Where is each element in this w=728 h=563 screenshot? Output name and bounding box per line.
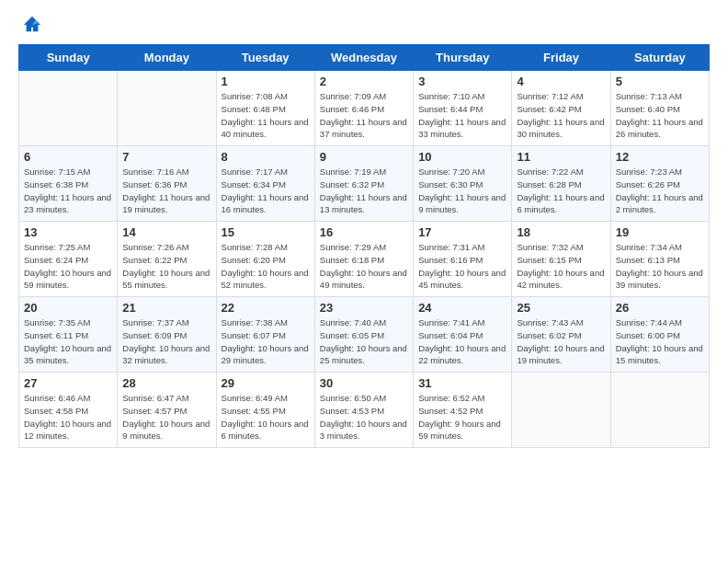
- calendar-cell: 18Sunrise: 7:32 AMSunset: 6:15 PMDayligh…: [512, 222, 610, 297]
- calendar-cell: 24Sunrise: 7:41 AMSunset: 6:04 PMDayligh…: [414, 297, 512, 373]
- day-info: Sunrise: 7:16 AMSunset: 6:36 PMDaylight:…: [122, 166, 210, 216]
- calendar-cell: 30Sunrise: 6:50 AMSunset: 4:53 PMDayligh…: [314, 373, 413, 448]
- day-number: 26: [616, 301, 704, 315]
- week-row-1: 1Sunrise: 7:08 AMSunset: 6:48 PMDaylight…: [19, 71, 710, 146]
- day-number: 15: [222, 225, 310, 239]
- calendar-cell: 16Sunrise: 7:29 AMSunset: 6:18 PMDayligh…: [314, 222, 413, 297]
- day-number: 16: [320, 225, 408, 239]
- day-info: Sunrise: 6:46 AMSunset: 4:58 PMDaylight:…: [24, 392, 112, 442]
- calendar-cell: 8Sunrise: 7:17 AMSunset: 6:34 PMDaylight…: [216, 146, 314, 222]
- calendar-cell: 23Sunrise: 7:40 AMSunset: 6:05 PMDayligh…: [314, 297, 413, 373]
- calendar-cell: 15Sunrise: 7:28 AMSunset: 6:20 PMDayligh…: [216, 222, 314, 297]
- day-number: 28: [122, 376, 210, 390]
- day-number: 25: [517, 301, 605, 315]
- calendar-cell: 13Sunrise: 7:25 AMSunset: 6:24 PMDayligh…: [19, 222, 118, 297]
- day-header-monday: Monday: [118, 45, 216, 71]
- calendar-cell: 2Sunrise: 7:09 AMSunset: 6:46 PMDaylight…: [314, 71, 413, 146]
- day-info: Sunrise: 7:22 AMSunset: 6:28 PMDaylight:…: [517, 166, 605, 216]
- day-info: Sunrise: 6:52 AMSunset: 4:52 PMDaylight:…: [418, 392, 506, 442]
- day-number: 30: [320, 376, 408, 390]
- day-number: 23: [320, 301, 408, 315]
- day-info: Sunrise: 7:17 AMSunset: 6:34 PMDaylight:…: [222, 166, 310, 216]
- day-info: Sunrise: 7:12 AMSunset: 6:42 PMDaylight:…: [517, 90, 605, 141]
- calendar-cell: 17Sunrise: 7:31 AMSunset: 6:16 PMDayligh…: [414, 222, 512, 297]
- day-header-friday: Friday: [512, 45, 610, 71]
- day-info: Sunrise: 7:38 AMSunset: 6:07 PMDaylight:…: [222, 316, 310, 367]
- day-info: Sunrise: 7:31 AMSunset: 6:16 PMDaylight:…: [418, 241, 506, 292]
- calendar-cell: 12Sunrise: 7:23 AMSunset: 6:26 PMDayligh…: [610, 146, 709, 222]
- week-row-5: 27Sunrise: 6:46 AMSunset: 4:58 PMDayligh…: [19, 373, 710, 448]
- calendar-cell: 27Sunrise: 6:46 AMSunset: 4:58 PMDayligh…: [19, 373, 118, 448]
- day-header-tuesday: Tuesday: [216, 45, 314, 71]
- day-number: 9: [320, 150, 408, 164]
- day-number: 22: [222, 301, 310, 315]
- calendar-cell: [512, 373, 610, 448]
- calendar-cell: 5Sunrise: 7:13 AMSunset: 6:40 PMDaylight…: [610, 71, 709, 146]
- day-number: 24: [418, 301, 506, 315]
- day-info: Sunrise: 7:34 AMSunset: 6:13 PMDaylight:…: [616, 241, 704, 292]
- calendar-cell: 31Sunrise: 6:52 AMSunset: 4:52 PMDayligh…: [414, 373, 512, 448]
- logo-icon: [22, 15, 42, 35]
- day-number: 18: [517, 225, 605, 239]
- logo: [18, 15, 42, 35]
- day-header-saturday: Saturday: [610, 45, 709, 71]
- calendar-cell: [610, 373, 709, 448]
- calendar-cell: 9Sunrise: 7:19 AMSunset: 6:32 PMDaylight…: [314, 146, 413, 222]
- calendar-cell: 21Sunrise: 7:37 AMSunset: 6:09 PMDayligh…: [118, 297, 216, 373]
- day-number: 2: [320, 75, 408, 88]
- day-info: Sunrise: 7:20 AMSunset: 6:30 PMDaylight:…: [418, 166, 506, 216]
- day-info: Sunrise: 6:49 AMSunset: 4:55 PMDaylight:…: [222, 392, 310, 442]
- day-info: Sunrise: 7:25 AMSunset: 6:24 PMDaylight:…: [24, 241, 112, 292]
- day-info: Sunrise: 7:41 AMSunset: 6:04 PMDaylight:…: [418, 316, 506, 367]
- day-number: 17: [418, 225, 506, 239]
- calendar-cell: 29Sunrise: 6:49 AMSunset: 4:55 PMDayligh…: [216, 373, 314, 448]
- day-number: 29: [222, 376, 310, 390]
- week-row-4: 20Sunrise: 7:35 AMSunset: 6:11 PMDayligh…: [19, 297, 710, 373]
- calendar-cell: 7Sunrise: 7:16 AMSunset: 6:36 PMDaylight…: [118, 146, 216, 222]
- day-info: Sunrise: 7:40 AMSunset: 6:05 PMDaylight:…: [320, 316, 408, 367]
- day-info: Sunrise: 7:35 AMSunset: 6:11 PMDaylight:…: [24, 316, 112, 367]
- day-info: Sunrise: 7:09 AMSunset: 6:46 PMDaylight:…: [320, 90, 408, 141]
- day-info: Sunrise: 7:15 AMSunset: 6:38 PMDaylight:…: [24, 166, 112, 216]
- calendar-cell: 3Sunrise: 7:10 AMSunset: 6:44 PMDaylight…: [414, 71, 512, 146]
- day-number: 8: [222, 150, 310, 164]
- calendar-cell: 25Sunrise: 7:43 AMSunset: 6:02 PMDayligh…: [512, 297, 610, 373]
- calendar-cell: 11Sunrise: 7:22 AMSunset: 6:28 PMDayligh…: [512, 146, 610, 222]
- day-number: 31: [418, 376, 506, 390]
- day-number: 6: [24, 150, 112, 164]
- day-number: 10: [418, 150, 506, 164]
- day-header-thursday: Thursday: [414, 45, 512, 71]
- day-number: 4: [517, 75, 605, 88]
- week-row-2: 6Sunrise: 7:15 AMSunset: 6:38 PMDaylight…: [19, 146, 710, 222]
- day-number: 21: [122, 301, 210, 315]
- day-info: Sunrise: 7:23 AMSunset: 6:26 PMDaylight:…: [616, 166, 704, 216]
- calendar-cell: 10Sunrise: 7:20 AMSunset: 6:30 PMDayligh…: [414, 146, 512, 222]
- day-info: Sunrise: 7:26 AMSunset: 6:22 PMDaylight:…: [122, 241, 210, 292]
- week-row-3: 13Sunrise: 7:25 AMSunset: 6:24 PMDayligh…: [19, 222, 710, 297]
- day-number: 13: [24, 225, 112, 239]
- day-info: Sunrise: 7:13 AMSunset: 6:40 PMDaylight:…: [616, 90, 704, 141]
- calendar-cell: 6Sunrise: 7:15 AMSunset: 6:38 PMDaylight…: [19, 146, 118, 222]
- day-header-wednesday: Wednesday: [314, 45, 413, 71]
- day-number: 27: [24, 376, 112, 390]
- day-number: 5: [616, 75, 704, 88]
- day-number: 14: [122, 225, 210, 239]
- calendar-cell: 4Sunrise: 7:12 AMSunset: 6:42 PMDaylight…: [512, 71, 610, 146]
- day-info: Sunrise: 7:44 AMSunset: 6:00 PMDaylight:…: [616, 316, 704, 367]
- day-info: Sunrise: 7:43 AMSunset: 6:02 PMDaylight:…: [517, 316, 605, 367]
- day-info: Sunrise: 7:37 AMSunset: 6:09 PMDaylight:…: [122, 316, 210, 367]
- calendar-cell: [19, 71, 118, 146]
- calendar-cell: [118, 71, 216, 146]
- calendar-cell: 20Sunrise: 7:35 AMSunset: 6:11 PMDayligh…: [19, 297, 118, 373]
- calendar-cell: 28Sunrise: 6:47 AMSunset: 4:57 PMDayligh…: [118, 373, 216, 448]
- day-info: Sunrise: 7:29 AMSunset: 6:18 PMDaylight:…: [320, 241, 408, 292]
- day-number: 12: [616, 150, 704, 164]
- day-number: 3: [418, 75, 506, 88]
- calendar-cell: 22Sunrise: 7:38 AMSunset: 6:07 PMDayligh…: [216, 297, 314, 373]
- day-number: 20: [24, 301, 112, 315]
- day-number: 1: [222, 75, 310, 88]
- calendar-cell: 19Sunrise: 7:34 AMSunset: 6:13 PMDayligh…: [610, 222, 709, 297]
- day-info: Sunrise: 7:08 AMSunset: 6:48 PMDaylight:…: [222, 90, 310, 141]
- page-header: [18, 15, 710, 35]
- day-info: Sunrise: 7:28 AMSunset: 6:20 PMDaylight:…: [222, 241, 310, 292]
